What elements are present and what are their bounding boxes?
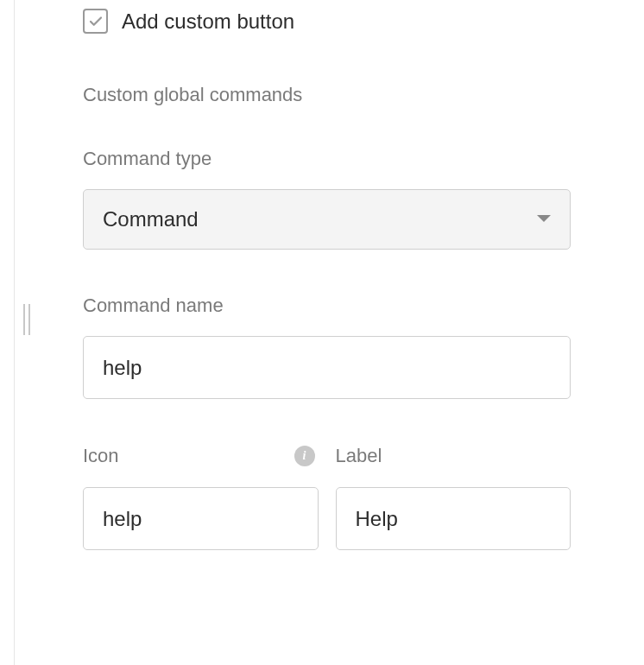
command-name-label: Command name (83, 294, 592, 317)
info-icon[interactable]: i (294, 446, 315, 466)
label-field: Label (336, 444, 571, 550)
command-name-input[interactable] (83, 336, 571, 399)
label-field-header: Label (336, 444, 571, 468)
section-title: Custom global commands (83, 84, 592, 106)
add-custom-button-checkbox[interactable] (83, 9, 108, 34)
add-custom-button-row: Add custom button (83, 9, 592, 34)
command-name-field: Command name (83, 294, 592, 399)
label-field-label: Label (336, 445, 382, 467)
form-content: Add custom button Custom global commands… (0, 0, 644, 585)
command-type-value: Command (103, 207, 199, 231)
icon-field-label: Icon (83, 445, 119, 467)
command-type-select-wrap: Command (83, 189, 571, 250)
icon-label-row-header: Icon i (83, 444, 319, 468)
add-custom-button-label: Add custom button (122, 10, 294, 34)
icon-input[interactable] (83, 487, 319, 550)
command-type-select[interactable]: Command (83, 189, 571, 250)
label-input[interactable] (336, 487, 571, 550)
icon-field: Icon i (83, 444, 319, 550)
panel-left-border (14, 0, 15, 665)
command-type-label: Command type (83, 148, 592, 170)
icon-label-row: Icon i Label (83, 444, 571, 550)
command-type-field: Command type Command (83, 148, 592, 250)
drag-handle-icon[interactable] (23, 304, 30, 335)
checkmark-icon (88, 14, 104, 29)
